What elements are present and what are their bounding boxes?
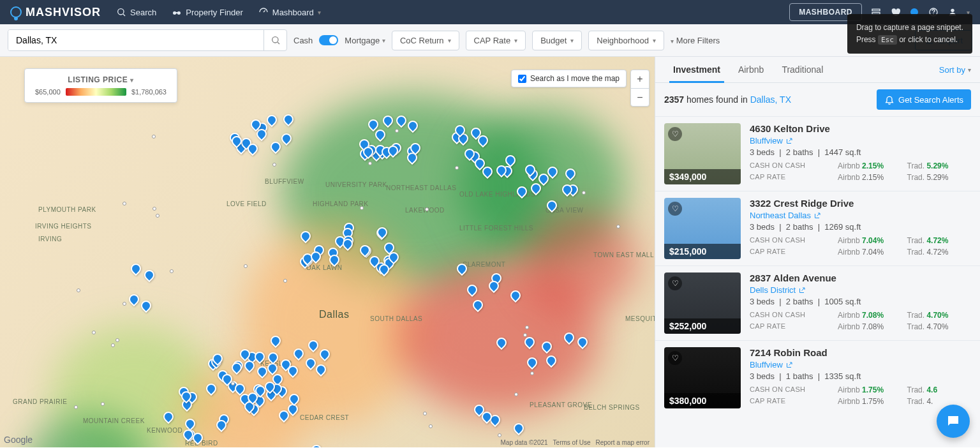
listings-container[interactable]: ♡ $349,000 4630 Kelton Drive Bluffview 3… [655, 116, 980, 447]
sort-by-dropdown[interactable]: Sort by▾ [939, 65, 971, 75]
map-pin[interactable] [139, 298, 154, 313]
map-data-text: Map data ©2021 [501, 439, 548, 446]
map-pin[interactable] [268, 140, 283, 154]
listing-card[interactable]: ♡ $380,000 7214 Robin Road Bluffview 3 b… [655, 340, 980, 415]
nav-mashboard-label: Mashboard [272, 8, 314, 17]
map-pin[interactable] [269, 334, 283, 348]
favorite-button[interactable]: ♡ [668, 276, 682, 290]
tab-traditional[interactable]: Traditional [773, 57, 832, 82]
cash-mortgage-toggle[interactable] [319, 35, 338, 45]
map-pin[interactable] [292, 346, 306, 361]
map-pin[interactable] [575, 335, 590, 350]
filter-budget[interactable]: Budget▾ [532, 31, 582, 50]
zoom-in-button[interactable]: + [631, 70, 649, 88]
map-dot [283, 279, 287, 283]
get-alerts-button[interactable]: Get Search Alerts [877, 89, 971, 110]
map-pin[interactable] [127, 292, 142, 307]
map-pin[interactable] [317, 347, 332, 361]
map-pin[interactable] [281, 112, 295, 126]
filter-coc-return[interactable]: CoC Return▾ [392, 31, 459, 50]
favorite-button[interactable]: ♡ [668, 202, 682, 216]
map-pin[interactable] [508, 288, 523, 303]
tab-investment[interactable]: Investment [664, 57, 729, 82]
map-pin[interactable] [406, 119, 420, 133]
filter-cap-rate[interactable]: CAP Rate▾ [466, 31, 526, 50]
map-pin[interactable] [512, 421, 526, 436]
map-pin[interactable] [286, 392, 301, 407]
nav-property-finder[interactable]: Property Finder [172, 7, 243, 17]
listing-card[interactable]: ♡ $252,000 2837 Alden Avenue Dells Distr… [655, 265, 980, 340]
map[interactable]: IrvingDallasHighland ParkUniversity Park… [0, 57, 655, 447]
chat-widget[interactable] [937, 405, 970, 438]
more-filters-button[interactable]: ▾ More Filters [671, 36, 720, 45]
map-pin[interactable] [563, 166, 578, 181]
map-pin[interactable] [381, 113, 396, 128]
listing-image[interactable]: ♡ $215,000 [664, 198, 741, 259]
map-pin[interactable] [544, 354, 559, 368]
caret-down-icon: ▾ [570, 37, 574, 44]
map-pin[interactable] [545, 198, 560, 213]
nav-search[interactable]: Search [116, 7, 156, 17]
tab-airbnb[interactable]: Airbnb [729, 57, 773, 82]
map-report-link[interactable]: Report a map error [596, 439, 650, 446]
results-city-link[interactable]: Dallas, TX [750, 94, 791, 105]
map-pin[interactable] [465, 283, 480, 297]
listing-address[interactable]: 3322 Crest Ridge Drive [750, 198, 971, 209]
search-as-move-checkbox[interactable] [518, 75, 526, 83]
listing-neighborhood-link[interactable]: Bluffview [750, 136, 971, 146]
listing-neighborhood-link[interactable]: Dells District [750, 285, 971, 295]
map-pin[interactable] [375, 225, 390, 239]
legend-gradient [66, 88, 126, 96]
favorite-button[interactable]: ♡ [668, 351, 682, 365]
location-input[interactable] [8, 30, 264, 50]
map-pin[interactable] [523, 334, 537, 349]
map-pin[interactable] [494, 336, 509, 350]
map-pin[interactable] [394, 114, 409, 128]
map-pin[interactable] [204, 382, 219, 396]
favorite-button[interactable]: ♡ [668, 127, 682, 141]
location-search-button[interactable] [264, 30, 286, 50]
listing-image[interactable]: ♡ $380,000 [664, 347, 741, 408]
cash-label: Cash [293, 36, 313, 45]
nav-mashboard[interactable]: Mashboard ▾ [258, 7, 321, 17]
map-pin[interactable] [514, 184, 529, 199]
nav-search-label: Search [130, 8, 156, 17]
zoom-out-button[interactable]: − [631, 88, 649, 106]
map-pin[interactable] [503, 153, 518, 167]
map-pin[interactable] [357, 243, 372, 258]
tooltip-line2: Press Esc or click to cancel. [856, 34, 963, 46]
map-pin[interactable] [266, 350, 281, 365]
listing-card[interactable]: ♡ $215,000 3322 Crest Ridge Drive Northe… [655, 191, 980, 265]
map-dot [498, 433, 501, 437]
brand-logo[interactable]: MASHVISOR [10, 6, 101, 19]
map-pin[interactable] [524, 355, 539, 370]
listing-image[interactable]: ♡ $252,000 [664, 273, 741, 334]
listing-address[interactable]: 2837 Alden Avenue [750, 273, 971, 283]
map-pin[interactable] [299, 229, 313, 244]
listing-neighborhood-link[interactable]: Bluffview [750, 360, 971, 370]
tooltip-line1: Drag to capture a page snippet. [856, 22, 963, 34]
map-pin[interactable] [562, 331, 577, 345]
map-pin[interactable] [309, 443, 323, 447]
map-pin[interactable] [455, 262, 470, 276]
map-pin[interactable] [161, 410, 176, 424]
listing-address[interactable]: 4630 Kelton Drive [750, 123, 971, 134]
legend-dropdown[interactable]: LISTING PRICE▾ [35, 75, 167, 84]
map-pin[interactable] [539, 340, 554, 354]
listing-card[interactable]: ♡ $349,000 4630 Kelton Drive Bluffview 3… [655, 116, 980, 191]
map-pin[interactable] [306, 338, 321, 353]
search-as-move-toggle[interactable]: Search as I move the map [511, 70, 627, 87]
map-terms-link[interactable]: Terms of Use [553, 439, 591, 446]
map-pin[interactable] [129, 262, 144, 276]
metric-airbnb-cap: Airbnb 2.15% [838, 173, 902, 182]
map-pin[interactable] [183, 416, 198, 431]
zoom-control: + − [630, 70, 650, 107]
listing-image[interactable]: ♡ $349,000 [664, 123, 741, 184]
listing-neighborhood-link[interactable]: Northeast Dallas [750, 211, 971, 220]
map-pin[interactable] [471, 297, 486, 312]
map-pin[interactable] [142, 268, 156, 283]
listing-metrics: CASH ON CASH Airbnb 1.75% Trad. 4.6 CAP … [750, 385, 971, 406]
filter-neighborhood[interactable]: Neighborhood▾ [588, 31, 664, 50]
map-pin[interactable] [279, 131, 294, 146]
listing-address[interactable]: 7214 Robin Road [750, 347, 971, 358]
